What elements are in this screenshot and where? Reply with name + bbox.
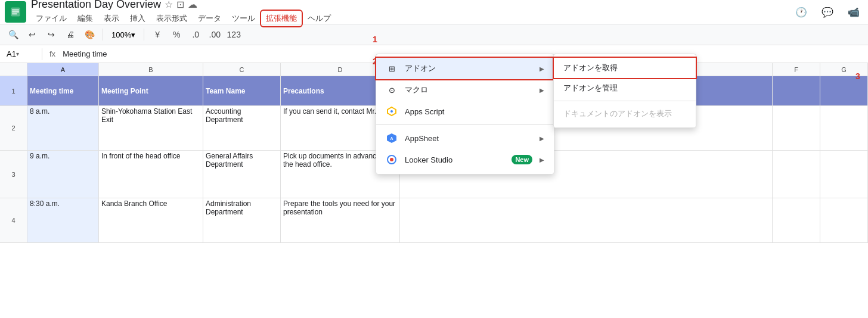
appsheet-label: AppSheet (405, 134, 532, 143)
percent-btn[interactable]: % (168, 26, 185, 43)
video-icon[interactable]: 📹 (844, 2, 863, 21)
formula-divider (42, 48, 42, 60)
history-icon[interactable]: 🕐 (792, 2, 811, 21)
submenu-divider (554, 101, 696, 101)
dropdown-macro[interactable]: ⊙ マクロ ▶ (376, 79, 554, 101)
looker-label: Looker Studio (405, 155, 500, 164)
search-btn[interactable]: 🔍 (5, 26, 21, 43)
addon-label: アドオン (405, 63, 532, 74)
show-addon-label: ドキュメントのアドオンを表示 (563, 108, 672, 119)
col-header-g[interactable]: G (820, 63, 868, 76)
zoom-control[interactable]: 100% ▾ (108, 29, 139, 40)
cell-a2-value: 8 a.m. (30, 107, 49, 116)
cell-reference[interactable]: A1 ▾ (2, 48, 38, 60)
cell-f2[interactable] (773, 106, 820, 150)
row-header-3[interactable]: 3 (0, 151, 27, 198)
dropdown-addon[interactable]: ⊞ アドオン ▶ (376, 58, 554, 79)
row-header-1[interactable]: 1 (0, 76, 27, 106)
cell-f4[interactable] (773, 198, 820, 242)
menu-view[interactable]: 表示 (99, 11, 124, 26)
cell-e4[interactable] (400, 198, 773, 242)
submenu-manage-addon[interactable]: アドオンを管理 (554, 78, 696, 98)
cell-a1-value: Meeting time (30, 87, 73, 95)
currency-btn[interactable]: ¥ (149, 26, 166, 43)
cell-g1[interactable] (820, 76, 868, 105)
paint-btn[interactable]: 🎨 (81, 26, 98, 43)
apps-script-label: Apps Script (405, 107, 544, 116)
chat-icon[interactable]: 💬 (818, 2, 837, 21)
looker-icon (386, 154, 398, 166)
cell-g2[interactable] (820, 106, 868, 150)
dropdown-divider-1 (376, 124, 554, 125)
folder-icon[interactable]: ⊡ (176, 0, 184, 10)
menu-insert[interactable]: 挿入 (125, 11, 150, 26)
cell-c1[interactable]: Team Name (203, 76, 281, 105)
submenu-show-addon[interactable]: ドキュメントのアドオンを表示 (554, 104, 696, 124)
menu-extensions[interactable]: 拡張機能 (261, 11, 302, 26)
cell-f1[interactable] (773, 76, 820, 105)
cell-b1[interactable]: Meeting Point (99, 76, 203, 105)
cell-a4[interactable]: 8:30 a.m. (27, 198, 99, 242)
cell-b2[interactable]: Shin-Yokohama Station East Exit (99, 106, 203, 150)
dropdown-apps-script[interactable]: Apps Script (376, 101, 554, 122)
cell-c3[interactable]: General Affairs Department (203, 151, 281, 198)
cell-a2[interactable]: 8 a.m. (27, 106, 99, 150)
cell-c4[interactable]: Administration Department (203, 198, 281, 242)
cell-ref-dropdown[interactable]: ▾ (16, 51, 19, 57)
svg-point-9 (390, 158, 393, 161)
cell-a4-value: 8:30 a.m. (30, 199, 60, 208)
print-btn[interactable]: 🖨 (62, 26, 79, 43)
col-header-a[interactable]: A (27, 63, 99, 76)
cell-d2-value: If you can send it, contact Mr. Ishii (283, 107, 391, 116)
macro-arrow: ▶ (540, 87, 544, 93)
svg-point-5 (390, 110, 393, 113)
cell-g4[interactable] (820, 198, 868, 242)
appsheet-icon: A (386, 132, 398, 144)
col-header-f[interactable]: F (773, 63, 820, 76)
dropdown-menu: ⊞ アドオン ▶ ⊙ マクロ ▶ Apps Script (376, 54, 554, 174)
col-header-b[interactable]: B (99, 63, 203, 76)
cell-c4-value: Administration Department (206, 199, 278, 216)
new-badge: New (512, 155, 532, 164)
cell-a3[interactable]: 9 a.m. (27, 151, 99, 198)
redo-btn[interactable]: ↪ (43, 26, 60, 43)
header-spacer (0, 63, 27, 76)
toolbar-divider-2 (144, 29, 144, 40)
cell-c1-value: Team Name (206, 87, 245, 95)
menu-data[interactable]: データ (193, 11, 226, 26)
number-btn[interactable]: 123 (225, 26, 242, 43)
cell-c2[interactable]: Accounting Department (203, 106, 281, 150)
cell-b3[interactable]: In front of the head office (99, 151, 203, 198)
col-header-c[interactable]: C (203, 63, 281, 76)
svg-text:A: A (390, 136, 393, 141)
get-addon-label: アドオンを取得 (563, 63, 618, 73)
dropdown-appsheet[interactable]: A AppSheet ▶ (376, 127, 554, 149)
cell-f3[interactable] (773, 151, 820, 198)
apps-script-icon (386, 105, 398, 117)
submenu-get-addon[interactable]: アドオンを取得 (554, 58, 696, 78)
cell-ref-value: A1 (7, 49, 16, 58)
row-header-4[interactable]: 4 (0, 198, 27, 243)
menu-help[interactable]: ヘルプ (303, 11, 336, 26)
menu-tools[interactable]: ツール (227, 11, 260, 26)
decimal1-btn[interactable]: .0 (187, 26, 204, 43)
star-icon[interactable]: ☆ (165, 0, 173, 10)
fx-label: fx (46, 49, 59, 58)
toolbar-divider-1 (103, 29, 103, 40)
cell-a1[interactable]: Meeting time (27, 76, 99, 105)
cloud-icon[interactable]: ☁ (188, 0, 197, 10)
cell-g3[interactable] (820, 151, 868, 198)
appsheet-arrow: ▶ (540, 135, 544, 142)
menu-file[interactable]: ファイル (31, 11, 72, 26)
menu-edit[interactable]: 編集 (73, 11, 98, 26)
toolbar: 🔍 ↩ ↪ 🖨 🎨 100% ▾ ¥ % .0 .00 123 (0, 24, 868, 45)
cell-d1-value: Precautions (283, 87, 324, 95)
dropdown-looker[interactable]: Looker Studio New ▶ (376, 149, 554, 170)
addon-icon: ⊞ (386, 63, 398, 74)
undo-btn[interactable]: ↩ (24, 26, 41, 43)
row-header-2[interactable]: 2 (0, 106, 27, 151)
menu-format[interactable]: 表示形式 (151, 11, 192, 26)
cell-d4[interactable]: Prepare the tools you need for your pres… (281, 198, 400, 242)
decimal2-btn[interactable]: .00 (206, 26, 223, 43)
cell-b4[interactable]: Kanda Branch Office (99, 198, 203, 242)
